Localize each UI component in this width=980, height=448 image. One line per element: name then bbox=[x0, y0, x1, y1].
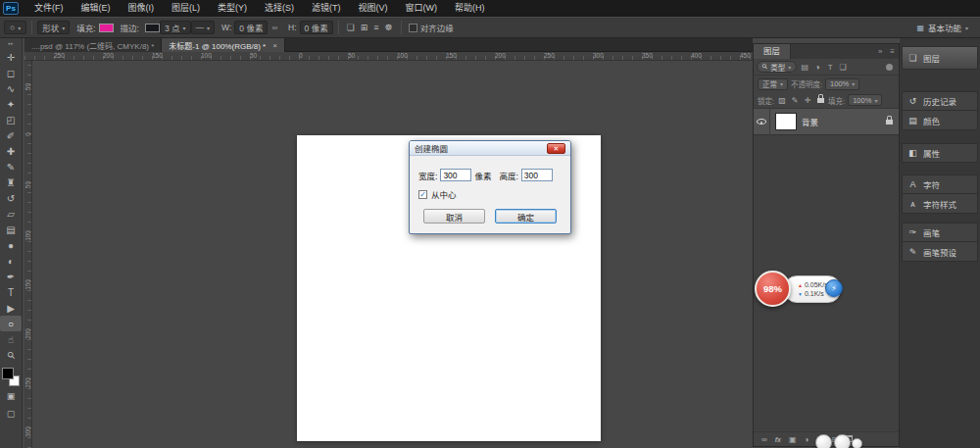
document-tab-qrcode[interactable]: ....psd @ 117% (二维码, CMYK/8) * bbox=[24, 38, 162, 52]
stroke-style-picker[interactable]: — ▾ bbox=[191, 21, 216, 34]
from-center-checkbox[interactable]: ✓ bbox=[418, 190, 427, 199]
move-tool[interactable]: ✛ bbox=[0, 49, 22, 65]
lock-position-icon[interactable]: ✛ bbox=[803, 96, 812, 105]
menu-filter[interactable]: 滤镜(T) bbox=[303, 0, 350, 17]
shape-height-field[interactable]: 0 像素 bbox=[300, 21, 333, 34]
document-tab-untitled-label: 未标题-1 @ 100%(RGB/8) * bbox=[169, 40, 266, 51]
dialog-close-button[interactable]: ✕ bbox=[547, 143, 565, 154]
filter-pixel-layers-icon[interactable]: ▤ bbox=[800, 63, 809, 72]
stroke-color-swatch[interactable] bbox=[145, 24, 160, 32]
tool-preset-picker[interactable]: ○ ▾ bbox=[4, 21, 26, 34]
blend-mode-select[interactable]: 正常 ▾ bbox=[758, 78, 788, 90]
add-layer-mask-icon[interactable]: ▣ bbox=[789, 435, 797, 444]
ellipse-height-input[interactable]: 300 bbox=[521, 169, 553, 181]
dock-history[interactable]: ↺历史记录 bbox=[902, 91, 978, 111]
link-layers-icon[interactable]: ∞ bbox=[761, 435, 767, 444]
blur-tool[interactable]: ● bbox=[0, 237, 22, 253]
dialog-titlebar[interactable]: 创建椭圆 ✕ bbox=[410, 141, 570, 156]
fill-color-swatch[interactable] bbox=[99, 24, 114, 32]
dock-character-styles[interactable]: ᴀ字符样式 bbox=[902, 194, 978, 214]
layers-panel-tab[interactable]: 图层 bbox=[754, 44, 791, 59]
floating-dock-icon[interactable] bbox=[815, 434, 832, 448]
path-selection-tool[interactable]: ▶ bbox=[0, 300, 22, 316]
document-tab-untitled[interactable]: 未标题-1 @ 100%(RGB/8) *× bbox=[162, 38, 284, 52]
menu-help[interactable]: 帮助(H) bbox=[446, 0, 494, 17]
lock-transparent-pixels-icon[interactable]: ▨ bbox=[777, 96, 787, 105]
pen-tool[interactable]: ✒ bbox=[0, 269, 22, 284]
menu-view[interactable]: 视图(V) bbox=[350, 0, 397, 17]
collapse-tools-icon[interactable]: ▸▸ bbox=[8, 38, 13, 49]
speed-widget-button[interactable]: ⚡ bbox=[825, 279, 843, 297]
rectangular-marquee-tool[interactable]: ◻ bbox=[0, 65, 22, 80]
ok-button[interactable]: 确定 bbox=[495, 209, 557, 224]
link-dimensions-icon[interactable]: ∞ bbox=[271, 24, 277, 32]
screen-mode-button[interactable]: ▢ bbox=[0, 407, 22, 422]
layer-row-background[interactable]: 背景 bbox=[754, 109, 899, 135]
menu-image[interactable]: 图像(I) bbox=[120, 0, 164, 17]
adjustment-layer-icon[interactable]: ◑ bbox=[805, 435, 809, 444]
h-ruler-mark: 200 bbox=[103, 52, 114, 59]
crop-tool[interactable]: ◰ bbox=[0, 112, 22, 127]
dock-character[interactable]: A字符 bbox=[902, 174, 978, 194]
dock-brush-presets[interactable]: ✎画笔预设 bbox=[902, 242, 978, 262]
filter-toggle[interactable] bbox=[886, 64, 893, 71]
opacity-select[interactable]: 100% ▾ bbox=[825, 78, 859, 90]
clone-stamp-tool[interactable]: ♜ bbox=[0, 174, 22, 190]
gradient-tool[interactable]: ▤ bbox=[0, 222, 22, 237]
menu-window[interactable]: 窗口(W) bbox=[397, 0, 447, 17]
lasso-tool[interactable]: ∿ bbox=[0, 80, 22, 96]
menu-edit[interactable]: 编辑(E) bbox=[73, 0, 120, 17]
menu-select[interactable]: 选择(S) bbox=[256, 0, 303, 17]
dock-color[interactable]: ▤颜色 bbox=[902, 111, 978, 130]
floating-dock-icon[interactable] bbox=[852, 438, 862, 448]
cancel-button[interactable]: 取消 bbox=[423, 209, 485, 224]
dock-properties[interactable]: ◧属性 bbox=[902, 143, 978, 163]
dock-layers[interactable]: ❏图层 bbox=[902, 46, 978, 70]
fill-select[interactable]: 100% ▾ bbox=[848, 94, 882, 106]
menu-type[interactable]: 类型(Y) bbox=[209, 0, 256, 17]
history-brush-tool[interactable]: ↺ bbox=[0, 190, 22, 206]
eraser-tool[interactable]: ▱ bbox=[0, 206, 22, 222]
layer-styles-icon[interactable]: fx bbox=[775, 436, 781, 443]
layer-visibility-toggle[interactable] bbox=[754, 109, 770, 135]
layer-thumbnail[interactable] bbox=[775, 113, 797, 130]
ellipse-shape-tool[interactable]: ○ bbox=[0, 316, 22, 331]
align-edges-checkbox[interactable] bbox=[409, 24, 417, 32]
workspace-switcher[interactable]: ▦ 基本功能 ▾ bbox=[916, 22, 968, 33]
type-tool[interactable]: T bbox=[0, 284, 22, 300]
collapse-panel-icon[interactable]: » bbox=[874, 47, 886, 56]
stroke-width-field[interactable]: 3 点 ▾ bbox=[160, 21, 191, 34]
tool-mode-select[interactable]: 形状 ▾ bbox=[37, 21, 70, 34]
health-percent-badge[interactable]: 98% bbox=[755, 271, 791, 307]
path-alignment-icon[interactable]: ⊞ bbox=[361, 23, 368, 32]
shape-width-field[interactable]: 0 像素 bbox=[234, 21, 268, 34]
eye-icon bbox=[757, 119, 766, 124]
shape-settings-gear-icon[interactable]: ☸ bbox=[385, 23, 393, 32]
lock-image-pixels-icon[interactable]: ✎ bbox=[790, 96, 800, 105]
healing-brush-tool[interactable]: ✚ bbox=[0, 143, 22, 159]
menu-layer[interactable]: 图层(L) bbox=[163, 0, 209, 17]
menu-file[interactable]: 文件(F) bbox=[25, 0, 73, 17]
path-arrange-icon[interactable]: ≡ bbox=[373, 23, 378, 32]
eyedropper-tool[interactable]: ✐ bbox=[0, 127, 22, 143]
h-ruler-mark: 150 bbox=[152, 52, 163, 59]
filter-type-layers-icon[interactable]: T bbox=[825, 63, 835, 72]
close-document-icon[interactable]: × bbox=[272, 41, 277, 50]
panel-menu-icon[interactable]: ≡ bbox=[886, 47, 899, 56]
quick-mask-button[interactable]: ▣ bbox=[0, 389, 22, 404]
blend-mode-row: 正常 ▾ 不透明度: 100% ▾ bbox=[754, 75, 899, 92]
path-operations-icon[interactable]: ❏ bbox=[347, 23, 355, 32]
dodge-tool[interactable]: ◐ bbox=[0, 253, 22, 269]
brush-tool[interactable]: ✎ bbox=[0, 159, 22, 174]
lock-all-icon[interactable] bbox=[815, 96, 825, 105]
floating-dock-icon[interactable] bbox=[834, 434, 851, 448]
network-speed-widget[interactable]: ▲ 0.05K/s ▼ 0.1K/s ⚡ 98% bbox=[755, 271, 845, 310]
foreground-color-swatch[interactable] bbox=[2, 368, 14, 379]
filter-shape-layers-icon[interactable]: ❏ bbox=[838, 63, 848, 72]
ellipse-width-input[interactable]: 300 bbox=[440, 169, 471, 181]
filter-adjustment-layers-icon[interactable]: ◑ bbox=[812, 63, 822, 72]
quick-selection-tool[interactable]: ✦ bbox=[0, 96, 22, 112]
dock-brush[interactable]: ✑画笔 bbox=[902, 223, 978, 242]
layer-name[interactable]: 背景 bbox=[802, 116, 886, 127]
layer-filter-type-select[interactable]: ⚲ 类型 ▾ bbox=[757, 61, 797, 73]
